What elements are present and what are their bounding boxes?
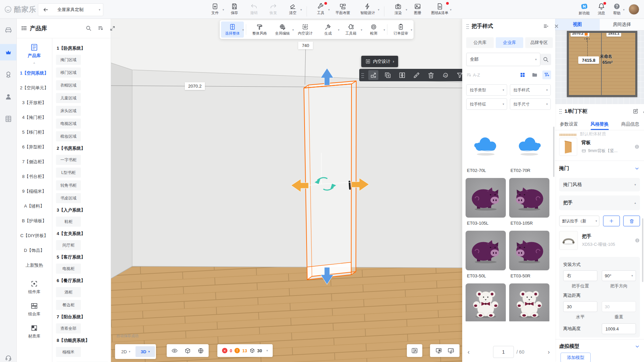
- category-chip[interactable]: 间厅柜: [56, 240, 81, 250]
- view-option-cube[interactable]: [184, 348, 191, 354]
- library-nav-item[interactable]: 上新预热: [16, 258, 52, 273]
- filter-select[interactable]: 拉手样式▾: [510, 84, 551, 96]
- library-nav-item[interactable]: 2【空间单元】: [16, 81, 52, 95]
- rail-item-person[interactable]: [0, 88, 16, 105]
- edit-tool-style-roller[interactable]: 整体风格: [248, 21, 271, 38]
- status-bar[interactable]: ✕ 0 ! 13 30 ▾: [217, 344, 273, 357]
- library-nav-item[interactable]: 8【书台柜】: [16, 169, 52, 184]
- edit-tool-order[interactable]: 订单提审▾: [389, 21, 412, 38]
- collapse-icon[interactable]: [543, 23, 549, 29]
- product-card[interactable]: ET02-70L: [466, 125, 506, 178]
- info-icon[interactable]: [634, 144, 640, 149]
- view-option-eye[interactable]: [171, 348, 178, 354]
- selection-tool-rotate-2d[interactable]: 2D: [440, 70, 450, 80]
- door-style-select[interactable]: 掩门风格▾: [559, 178, 640, 191]
- topbar-tool-camera[interactable]: 渲染▾: [388, 0, 408, 18]
- selection-tool-doors[interactable]: [397, 70, 407, 80]
- library-nav-item[interactable]: 7【侧边柜】: [16, 154, 52, 169]
- edit-tool-generate[interactable]: 生成▾: [317, 21, 339, 38]
- topbar-tool-picture[interactable]: 图册: [408, 0, 427, 18]
- virtual-model-header[interactable]: 虚拟模型: [559, 343, 640, 350]
- library-nav-item[interactable]: C【DIY拼板】: [16, 228, 52, 243]
- edit-tool-detect[interactable]: 检测▾: [362, 21, 385, 38]
- category-chip[interactable]: 查看全部: [56, 323, 81, 333]
- drag-handle[interactable]: [361, 73, 364, 78]
- door-section-header[interactable]: 掩门: [559, 165, 640, 172]
- category-chip[interactable]: 书桌区域: [56, 193, 81, 203]
- handle-position-input[interactable]: [563, 270, 597, 281]
- topbar-tool-wrench[interactable]: 工具▾: [311, 0, 330, 18]
- backboard-row[interactable]: 背板 9mm背板【竖...: [559, 138, 640, 156]
- product-card[interactable]: ET03-105L: [466, 178, 506, 231]
- library-nav-item[interactable]: 9【榻榻米】: [16, 184, 52, 199]
- library-component[interactable]: 组件库: [28, 280, 40, 295]
- add-model-button[interactable]: 添加模型: [560, 353, 591, 362]
- handle-section-header[interactable]: 把手▴: [559, 195, 640, 210]
- edit-tool-select-whole[interactable]: 选择整体▾: [221, 21, 244, 38]
- category-chip[interactable]: 转角书柜: [56, 180, 81, 190]
- product-card[interactable]: ET04-105L: [466, 283, 506, 321]
- topbar-tool-file[interactable]: 文件▾: [205, 0, 225, 18]
- horizontal-distance-input[interactable]: [563, 301, 597, 312]
- topbar-tool-lightning[interactable]: 智能设计▾: [355, 0, 380, 18]
- category-chip[interactable]: 电视区域: [56, 119, 81, 129]
- floor-height-input[interactable]: [602, 323, 636, 334]
- props-tab-参数设置[interactable]: 参数设置: [560, 118, 578, 130]
- category-chip[interactable]: 床头区域: [56, 106, 81, 116]
- product-card[interactable]: ET03-105R: [509, 178, 549, 231]
- category-chip[interactable]: 梳妆区域: [56, 131, 81, 141]
- project-select[interactable]: 全屋家具定制▾: [53, 3, 103, 16]
- category-chip[interactable]: 儿童区域: [56, 93, 81, 103]
- roaming-button[interactable]: [407, 344, 422, 357]
- view-folder-icon[interactable]: [530, 71, 539, 79]
- delete-handle-button[interactable]: [623, 216, 640, 226]
- drag-handle[interactable]: [559, 108, 562, 114]
- product-card[interactable]: ET03-50R: [509, 231, 549, 283]
- topbar-tool-save[interactable]: 保存: [225, 0, 244, 18]
- expand-icon[interactable]: [110, 26, 115, 31]
- selection-tool-scale[interactable]: [368, 70, 378, 80]
- library-tab-企业库[interactable]: 企业库: [496, 37, 523, 48]
- page-input[interactable]: [493, 346, 514, 358]
- view-3d-button[interactable]: 3D▾: [136, 346, 155, 357]
- topbar-tool-layout[interactable]: 平面布置: [330, 0, 355, 18]
- next-page-button[interactable]: ›: [546, 349, 551, 356]
- view-option-globe[interactable]: [198, 348, 204, 354]
- library-tab-公共库[interactable]: 公共库: [466, 37, 494, 48]
- library-nav-item[interactable]: 6【异型柜】: [16, 140, 52, 154]
- expand-panel-icon[interactable]: [643, 108, 644, 114]
- library-nav-item[interactable]: 4【掩门柜】: [16, 110, 52, 125]
- minimap[interactable]: 2070.2 1931.1 未命名 65m² 7415.8: [567, 31, 637, 97]
- library-nav-item[interactable]: A【辅料】: [16, 199, 52, 214]
- filter-select[interactable]: 拉手尺寸▾: [510, 98, 551, 110]
- library-nav-item[interactable]: B【护墙板】: [16, 214, 52, 228]
- library-nav-item[interactable]: D【饰品】: [16, 243, 52, 258]
- library-tab-品牌专区[interactable]: 品牌专区: [525, 37, 553, 48]
- selected-cabinet[interactable]: [304, 81, 356, 280]
- rail-item-drawer[interactable]: [0, 110, 16, 127]
- category-chip[interactable]: 掩门区域: [56, 55, 81, 65]
- selection-tool-trash[interactable]: [426, 70, 436, 80]
- inner-space-design-button[interactable]: 内空设计 ›: [361, 56, 398, 67]
- screen-button-monitor-out[interactable]: [447, 347, 454, 354]
- filter-select[interactable]: 拉手特征▾: [466, 98, 507, 110]
- search-icon[interactable]: [86, 25, 92, 31]
- category-select[interactable]: 全部▾: [466, 53, 540, 66]
- info-icon[interactable]: [635, 238, 640, 243]
- topbar-tool-undo[interactable]: 撤销: [244, 0, 264, 18]
- library-nav-item[interactable]: 1【空间系统】: [16, 66, 52, 81]
- topbar-bell[interactable]: 消息: [598, 0, 605, 18]
- category-chip[interactable]: 榻榻米: [56, 347, 81, 357]
- topbar-tool-sheet[interactable]: 图纸&清单▾: [427, 0, 452, 18]
- handle-direction-select[interactable]: 90°▾: [602, 270, 636, 281]
- category-chip[interactable]: 衣帽区域: [56, 80, 81, 90]
- scrollbar[interactable]: [553, 127, 554, 177]
- handle-info-row[interactable]: 把手 XD53-C-哑镍-105: [559, 231, 640, 250]
- add-handle-button[interactable]: [603, 216, 620, 226]
- edit-tool-global-edit[interactable]: 全局编辑▾: [271, 21, 294, 38]
- selection-tool-brush[interactable]: [412, 70, 422, 80]
- rail-item-medal[interactable]: [0, 66, 16, 83]
- props-tab-商品信息[interactable]: 商品信息: [621, 118, 639, 130]
- view-2d-button[interactable]: 2D▾: [116, 346, 136, 357]
- view-grid-icon[interactable]: [518, 71, 527, 79]
